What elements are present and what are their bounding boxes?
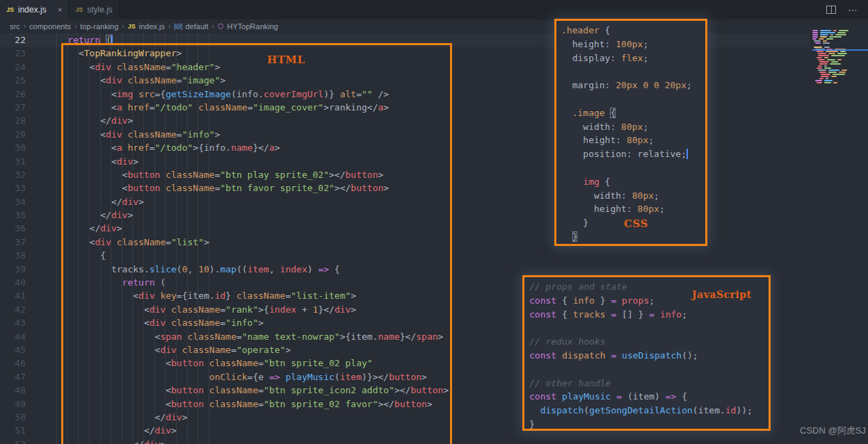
code-line: // redux hooks — [529, 335, 765, 349]
code-line — [561, 65, 702, 79]
code-line: margin: 20px 0 0 20px; — [561, 79, 702, 92]
breadcrumb-item-components[interactable]: components — [29, 22, 71, 31]
code-line: .header { — [561, 24, 702, 38]
minimap-row — [812, 32, 865, 33]
minimap-row — [818, 53, 865, 54]
js-annotation-label: JavaScript — [692, 289, 752, 300]
breadcrumb-item-src[interactable]: src — [10, 22, 20, 31]
code-line: height: 80px; — [561, 133, 702, 147]
minimap-row — [817, 57, 865, 58]
breadcrumb-separator: › — [74, 22, 77, 30]
minimap-row — [812, 30, 865, 31]
minimap-row — [814, 47, 865, 48]
tab-label: index.js — [18, 5, 47, 15]
code-line — [561, 92, 702, 106]
minimap-row — [821, 76, 865, 77]
minimap-row — [819, 78, 865, 79]
minimap-row — [821, 74, 865, 75]
minimap-row — [812, 36, 865, 38]
minimap-row — [812, 34, 865, 35]
minimap-viewport-line — [812, 49, 868, 51]
code-line: width: 80px; — [561, 120, 702, 134]
code-line — [529, 321, 765, 335]
code-line: // other handle — [529, 377, 765, 390]
js-file-icon: JS — [128, 23, 136, 30]
css-annotation-label: CSS — [624, 217, 648, 230]
breadcrumb-separator: › — [168, 22, 170, 30]
code-line: } — [529, 418, 765, 431]
breadcrumb-separator: › — [24, 22, 26, 30]
minimap-row — [815, 42, 865, 44]
minimap-row — [818, 65, 865, 67]
code-line: height: 100px; — [561, 38, 702, 51]
breadcrumb-item-index-js[interactable]: index.js — [139, 22, 165, 31]
tab-index-js[interactable]: JS index.js × — [0, 0, 69, 19]
vscode-window: JS index.js × JS style.js ⋯ src › compon… — [0, 0, 868, 444]
text-cursor — [686, 149, 688, 159]
js-file-icon: JS — [75, 6, 83, 13]
split-editor-icon[interactable] — [826, 6, 836, 14]
symbol-module-icon: [@] — [174, 23, 182, 30]
code-line — [529, 363, 765, 377]
code-line: const dispatch = useDispatch(); — [529, 349, 765, 363]
minimap-row — [815, 80, 865, 81]
code-line — [561, 161, 702, 175]
tab-close-icon[interactable]: × — [58, 6, 62, 14]
tabbar-actions: ⋯ — [826, 0, 868, 19]
code-line: const playMusic = (item) => { — [529, 390, 765, 404]
symbol-class-icon: ⬡ — [218, 22, 224, 30]
minimap-row — [817, 51, 865, 52]
breadcrumb: src › components › top-ranking › JS inde… — [0, 19, 868, 33]
code-line: const { tracks = [] } = info; — [529, 308, 765, 322]
editor-tab-bar: JS index.js × JS style.js ⋯ — [0, 0, 868, 19]
html-annotation-box — [61, 43, 452, 444]
minimap-row — [819, 72, 865, 73]
minimap-row — [812, 44, 865, 46]
minimap-row — [818, 59, 865, 60]
html-annotation-label: HTML — [267, 54, 305, 66]
more-actions-icon[interactable]: ⋯ — [848, 6, 858, 13]
breadcrumb-item-top-ranking[interactable]: top-ranking — [80, 22, 118, 31]
css-code-overlay: .header { height: 100px; display: flex; … — [554, 19, 707, 246]
tab-label: style.js — [87, 5, 113, 15]
code-line: display: flex; — [561, 51, 702, 65]
js-file-icon: JS — [6, 6, 14, 13]
breadcrumb-separator: › — [212, 22, 214, 30]
code-line: } — [561, 230, 702, 244]
minimap-row — [812, 38, 865, 40]
minimap-row — [814, 40, 865, 42]
minimap[interactable] — [812, 30, 865, 84]
code-line: width: 80px; — [561, 189, 702, 203]
minimap-row — [818, 69, 865, 71]
code-line: img { — [561, 175, 702, 189]
minimap-row — [818, 55, 865, 56]
code-line: position: relative; — [561, 147, 702, 161]
minimap-row — [819, 63, 865, 65]
breadcrumb-separator: › — [122, 22, 124, 30]
breadcrumb-item-default[interactable]: default — [185, 22, 208, 31]
watermark: CSDN @阿虎SJ — [800, 425, 866, 437]
minimap-row — [819, 61, 865, 63]
tab-style-js[interactable]: JS style.js — [69, 0, 120, 19]
minimap-row — [817, 67, 865, 69]
breadcrumb-item-HYTopRanking[interactable]: HYTopRanking — [227, 22, 278, 31]
code-line: dispatch(getSongDetailAction(item.id)); — [529, 404, 765, 418]
code-line: height: 80px; — [561, 202, 702, 216]
code-line: .image { — [561, 106, 702, 120]
minimap-row — [817, 82, 865, 83]
